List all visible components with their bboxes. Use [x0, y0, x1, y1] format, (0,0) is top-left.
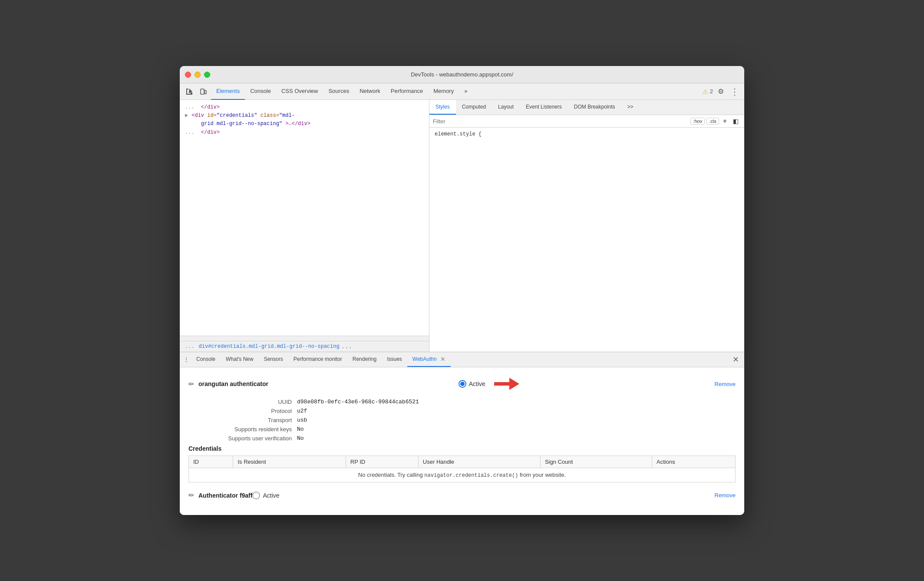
add-style-button[interactable]: +: [721, 117, 729, 125]
drawer-tab-whats-new[interactable]: What's New: [221, 352, 259, 367]
radio-circle-orangutan[interactable]: [459, 380, 466, 388]
authenticator-f9aff: ✏ Authenticator f9aff Active Remove: [188, 491, 736, 499]
webauthn-panel: ✏ orangutan authenticator Active: [180, 367, 744, 515]
drawer-tab-console[interactable]: Console: [191, 352, 221, 367]
breadcrumb-text[interactable]: div#credentials.mdl-grid.mdl-grid--no-sp…: [199, 343, 340, 350]
tab-console[interactable]: Console: [245, 83, 276, 100]
toggle-sidebar-button[interactable]: ◧: [731, 117, 741, 125]
code-line-2[interactable]: ▶ <div id="credentials" class="mdl- grid…: [185, 112, 424, 128]
device-toolbar-icon[interactable]: [197, 86, 209, 98]
user-verification-value: No: [297, 435, 304, 442]
drawer-tab-sensors[interactable]: Sensors: [259, 352, 288, 367]
warning-count: 2: [710, 88, 713, 95]
detail-row-user-verification: Supports user verification No: [201, 435, 736, 442]
breadcrumb-more[interactable]: ...: [341, 343, 352, 350]
detail-row-uuid: UUID d98e08fb-0efc-43e6-968c-99844cab652…: [201, 399, 736, 405]
active-radio-orangutan[interactable]: Active: [459, 380, 485, 388]
detail-row-protocol: Protocol u2f: [201, 408, 736, 414]
devtools-tabs: Elements Console CSS Overview Sources Ne…: [211, 83, 701, 100]
authenticator-name-orangutan: orangutan authenticator: [198, 380, 268, 387]
topbar-right: ⚠ 2 ⚙ ⋮: [703, 86, 741, 98]
settings-icon[interactable]: ⚙: [715, 86, 727, 98]
tab-more[interactable]: »: [459, 83, 472, 100]
tab-computed[interactable]: Computed: [456, 100, 492, 115]
styles-tabs: Styles Computed Layout Event Listeners D…: [429, 100, 744, 115]
styles-filter-input[interactable]: [433, 118, 688, 125]
uuid-value: d98e08fb-0efc-43e6-968c-99844cab6521: [297, 399, 419, 405]
main-layout: ... </div> ▶ <div id="credentials" class…: [180, 100, 744, 352]
radio-circle-f9aff[interactable]: [252, 492, 260, 499]
svg-marker-2: [494, 378, 519, 390]
window-title: DevTools - webauthndemo.appspot.com/: [411, 71, 513, 78]
remove-link-orangutan[interactable]: Remove: [715, 381, 736, 387]
drawer-tab-rendering[interactable]: Rendering: [347, 352, 382, 367]
styles-filter-bar: :hov .cls + ◧: [429, 115, 744, 128]
devtools-window: DevTools - webauthndemo.appspot.com/ Ele…: [180, 66, 744, 515]
devtools-topbar: Elements Console CSS Overview Sources Ne…: [180, 83, 744, 100]
remove-link-f9aff[interactable]: Remove: [715, 492, 736, 498]
tab-styles[interactable]: Styles: [429, 100, 456, 115]
tab-sources[interactable]: Sources: [323, 83, 354, 100]
tab-more-styles[interactable]: >>: [621, 100, 640, 115]
code-line-1: ... </div>: [185, 103, 424, 112]
warning-badge[interactable]: ⚠ 2: [703, 88, 713, 95]
tab-memory[interactable]: Memory: [428, 83, 459, 100]
element-style-text: element.style {: [435, 131, 482, 137]
detail-row-resident-keys: Supports resident keys No: [201, 426, 736, 432]
drawer-tab-perf-monitor[interactable]: Performance monitor: [288, 352, 347, 367]
tab-css-overview[interactable]: CSS Overview: [276, 83, 323, 100]
cls-filter-button[interactable]: .cls: [706, 118, 719, 125]
authenticator-name-f9aff: Authenticator f9aff: [198, 492, 252, 499]
elements-panel: ... </div> ▶ <div id="credentials" class…: [180, 100, 429, 352]
detail-row-transport: Transport usb: [201, 417, 736, 423]
inspect-element-icon[interactable]: [183, 86, 195, 98]
drawer-tab-webauthn-close[interactable]: ✕: [440, 356, 446, 363]
authenticator-f9aff-title-left: ✏ Authenticator f9aff: [188, 491, 252, 499]
tab-event-listeners[interactable]: Event Listeners: [520, 100, 568, 115]
svg-rect-1: [205, 90, 206, 94]
tab-layout[interactable]: Layout: [492, 100, 520, 115]
edit-authenticator-f9aff-icon[interactable]: ✏: [188, 491, 194, 499]
drawer-tabs: ⋮ Console What's New Sensors Performance…: [180, 352, 744, 367]
drawer: ⋮ Console What's New Sensors Performance…: [180, 352, 744, 515]
credentials-table: ID Is Resident RP ID User Handle Sign Co…: [188, 456, 736, 482]
tab-network[interactable]: Network: [354, 83, 386, 100]
horizontal-scrollbar[interactable]: [180, 336, 429, 341]
drawer-options-icon[interactable]: ⋮: [183, 356, 189, 363]
tab-performance[interactable]: Performance: [386, 83, 428, 100]
no-credentials-message: No credentials. Try calling navigator.cr…: [189, 468, 736, 482]
drawer-tab-webauthn[interactable]: WebAuthn ✕: [407, 352, 451, 367]
protocol-label: Protocol: [201, 408, 297, 414]
breadcrumb: ... div#credentials.mdl-grid.mdl-grid--n…: [180, 341, 429, 352]
drawer-close-button[interactable]: ✕: [731, 355, 741, 364]
red-arrow: [490, 374, 520, 392]
protocol-value: u2f: [297, 408, 307, 414]
close-button[interactable]: [185, 72, 191, 78]
transport-value: usb: [297, 417, 307, 423]
col-rp-id: RP ID: [346, 456, 418, 468]
transport-label: Transport: [201, 417, 297, 423]
styles-panel: Styles Computed Layout Event Listeners D…: [429, 100, 744, 352]
drawer-tab-issues[interactable]: Issues: [382, 352, 407, 367]
edit-authenticator-icon[interactable]: ✏: [188, 380, 194, 388]
col-sign-count: Sign Count: [540, 456, 652, 468]
minimize-button[interactable]: [195, 72, 201, 78]
col-is-resident: Is Resident: [233, 456, 346, 468]
svg-rect-0: [201, 89, 204, 94]
filter-buttons: :hov .cls + ◧: [690, 117, 741, 125]
active-radio-f9aff[interactable]: Active: [252, 492, 279, 499]
maximize-button[interactable]: [204, 72, 210, 78]
tab-elements[interactable]: Elements: [211, 83, 245, 100]
customize-icon[interactable]: ⋮: [729, 86, 741, 98]
tab-dom-breakpoints[interactable]: DOM Breakpoints: [568, 100, 621, 115]
code-line-3: ... </div>: [185, 129, 424, 137]
styles-element-style: element.style {: [429, 128, 744, 141]
auth-details-orangutan: UUID d98e08fb-0efc-43e6-968c-99844cab652…: [201, 399, 736, 442]
traffic-lights: [185, 72, 210, 78]
active-label-f9aff: Active: [263, 492, 279, 499]
radio-inner-orangutan: [460, 382, 465, 386]
user-verification-label: Supports user verification: [201, 435, 297, 442]
authenticator-title-left: ✏ orangutan authenticator: [188, 380, 268, 388]
hov-filter-button[interactable]: :hov: [690, 118, 705, 125]
drawer-tab-webauthn-label: WebAuthn: [412, 356, 437, 362]
